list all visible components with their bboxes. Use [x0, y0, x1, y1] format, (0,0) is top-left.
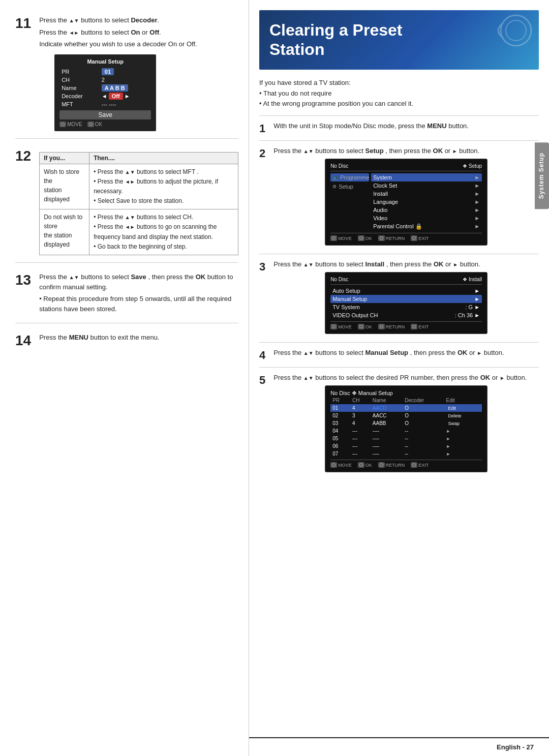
step-13-block: 13 Press the ▲▼ buttons to select Save ,…	[15, 272, 238, 323]
if-col-header: If you...	[40, 152, 89, 164]
right-step-2-block: 2 Press the ▲▼ buttons to select Setup ,…	[259, 147, 539, 254]
title-section: Clearing a Preset Station	[259, 10, 539, 70]
step-11-block: 11 Press the ▲▼ buttons to select Decode…	[15, 15, 238, 139]
page: 11 Press the ▲▼ buttons to select Decode…	[0, 0, 549, 756]
manual-screen-header: No Disc ❖ Manual Setup	[330, 390, 482, 397]
install-screen: No Disc ❖ Install Auto Setup ► Manual Se…	[325, 272, 487, 334]
right-step-4-number: 4	[259, 350, 265, 361]
right-step-5-block: 5 Press the ▲▼ buttons to select the des…	[259, 374, 539, 505]
table-row: 07 --- ---- -- ►	[330, 450, 482, 458]
right-step-5-number: 5	[259, 375, 265, 386]
intro-text: If you have stored a TV station: That yo…	[259, 78, 539, 116]
arrow-ud-icon-3: ▲▼	[303, 262, 314, 267]
table-row: 06 --- ---- -- ►	[330, 442, 482, 450]
arrow-r-icon-2: ►	[452, 148, 458, 154]
table-row: 05 --- ---- -- ►	[330, 435, 482, 442]
condition-2: Do not wish to storethe station displaye…	[40, 209, 89, 255]
arrow-ud-icon: ▲▼	[69, 275, 79, 280]
table-row: 02 3 AACC O Delete	[330, 412, 482, 419]
arrow-r-icon-3: ►	[453, 262, 458, 267]
if-then-table: If you... Then.... Wish to store thestat…	[39, 152, 238, 256]
right-step-1-content: With the unit in Stop mode/No Disc mode,…	[273, 122, 469, 130]
left-column: 11 Press the ▲▼ buttons to select Decode…	[0, 0, 249, 756]
install-screen-header: No Disc ❖ Install	[330, 277, 482, 285]
screen-nav: ⬡ MOVE ⬡ OK	[59, 122, 151, 127]
right-step-5-content: Press the ▲▼ buttons to select the desir…	[273, 374, 539, 474]
save-button-screen: Save	[59, 110, 151, 119]
table-row: Wish to store thestation displayed Press…	[40, 164, 238, 209]
screen-2-nav: ⬡MOVE ⬡OK ⬡RETURN ⬡EXIT	[330, 233, 482, 241]
table-row: Do not wish to storethe station displaye…	[40, 209, 238, 255]
svg-point-1	[506, 20, 526, 41]
page-title: Clearing a Preset Station	[269, 20, 524, 59]
screen-header-2: No Disc ❖ Setup	[330, 163, 482, 171]
step-12-content: If you... Then.... Wish to store thestat…	[39, 148, 238, 256]
step-11-line2: Press the ◄► buttons to select On or Off…	[39, 27, 197, 38]
step-14-number: 14	[15, 334, 31, 348]
right-step-1-number: 1	[259, 123, 265, 134]
right-step-2-number: 2	[259, 148, 265, 159]
step-12-number: 12	[15, 149, 31, 163]
right-step-1-block: 1 With the unit in Stop mode/No Disc mod…	[259, 122, 539, 141]
arrow-ud-icon-4: ▲▼	[303, 350, 314, 356]
right-step-4-content: Press the ▲▼ buttons to select Manual Se…	[273, 349, 504, 356]
step-13-content: Press the ▲▼ buttons to select Save , th…	[39, 272, 238, 316]
step-11-line3: Indicate whether you wish to use a decod…	[39, 39, 197, 49]
arrow-r-icon-5: ►	[500, 375, 505, 381]
right-step-3-block: 3 Press the ▲▼ buttons to select Install…	[259, 260, 539, 343]
actions-2: Press the ▲▼ buttons to select CH. Press…	[89, 209, 238, 255]
step-11-line1: Press the ▲▼ buttons to select Decoder.	[39, 15, 197, 25]
step-14-block: 14 Press the MENU button to exit the men…	[15, 332, 238, 355]
install-screen-nav: ⬡MOVE ⬡OK ⬡RETURN ⬡EXIT	[330, 321, 482, 329]
manual-screen-5-nav: ⬡MOVE ⬡OK ⬡RETURN ⬡EXIT	[330, 460, 482, 468]
right-step-3-content: Press the ▲▼ buttons to select Install ,…	[273, 260, 539, 336]
actions-1: Press the ▲▼ buttons to select MFT . Pre…	[89, 164, 238, 209]
arrow-r-icon-4: ►	[477, 350, 482, 356]
step-12-block: 12 If you... Then.... Wish to	[15, 148, 238, 263]
arrow-lr-icon: ◄►	[69, 30, 79, 36]
right-step-2-content: Press the ▲▼ buttons to select Setup , t…	[273, 147, 539, 248]
manual-setup-screen: Manual Setup PR 01 CH 2 Name	[54, 54, 156, 131]
footer: English - 27	[249, 737, 549, 756]
table-row: 04 --- ---- -- ►	[330, 427, 482, 435]
arrow-ud-icon-5: ▲▼	[303, 375, 314, 381]
system-setup-tab: System Setup	[535, 142, 549, 209]
step-11-content: Press the ▲▼ buttons to select Decoder. …	[39, 15, 197, 131]
step-14-content: Press the MENU button to exit the menu.	[39, 332, 159, 345]
right-step-3-number: 3	[259, 261, 265, 273]
arrow-ud-icon-2: ▲▼	[303, 148, 314, 154]
arrow-ud-icon: ▲▼	[69, 18, 79, 23]
right-step-4-block: 4 Press the ▲▼ buttons to select Manual …	[259, 349, 539, 368]
pr-table: PR CH Name Decoder Edit 01 4	[330, 397, 482, 458]
then-col-header: Then....	[89, 152, 238, 164]
manual-setup-title: Manual Setup	[59, 58, 151, 65]
condition-1: Wish to store thestation displayed	[40, 164, 89, 209]
table-row: 01 4 AACD O Edit	[330, 404, 482, 412]
step-13-number: 13	[15, 273, 31, 287]
table-row: 03 4 AABB O Swap	[330, 419, 482, 427]
manual-setup-screen-5: No Disc ❖ Manual Setup PR CH Name Decode…	[325, 385, 487, 472]
decorative-circle	[488, 13, 534, 48]
intro-bullets: That you do not require At the wrong pro…	[259, 88, 539, 110]
right-column: Clearing a Preset Station If you have st…	[249, 0, 549, 756]
setup-screen: No Disc ❖ Setup 📺 Programme ⚙	[325, 159, 487, 246]
step-11-number: 11	[15, 16, 31, 31]
